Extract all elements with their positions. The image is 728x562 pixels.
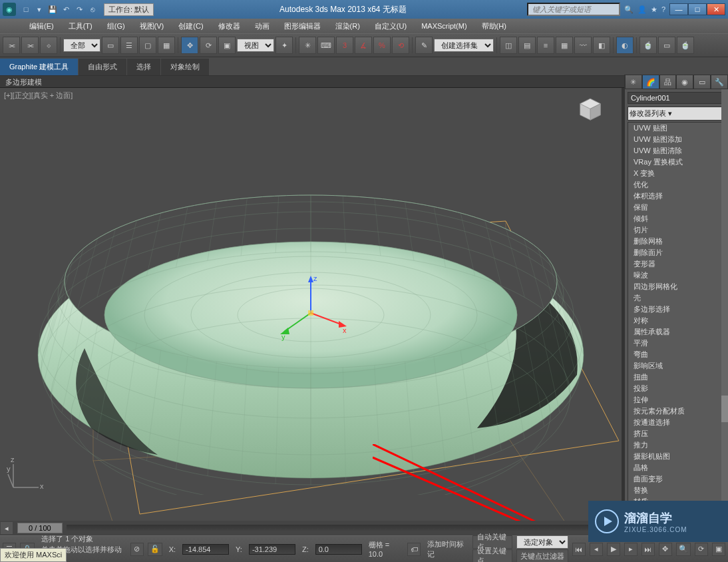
new-icon[interactable]: □ xyxy=(20,3,32,15)
close-button[interactable]: ✕ xyxy=(707,3,725,15)
select-rotate-icon[interactable]: ⟳ xyxy=(200,37,217,54)
menu-customize[interactable]: 自定义(U) xyxy=(368,20,413,33)
select-object-icon[interactable]: ▭ xyxy=(102,37,119,54)
snap-toggle-icon[interactable]: 3 xyxy=(336,37,353,54)
orbit-icon[interactable]: ⟳ xyxy=(695,543,708,556)
signin-icon[interactable]: 👤 xyxy=(637,5,647,14)
minimize-button[interactable]: — xyxy=(669,3,688,15)
material-editor-icon[interactable]: ◐ xyxy=(616,37,634,54)
select-move-icon[interactable]: ✥ xyxy=(181,37,198,54)
key-filters-button[interactable]: 关键点过滤器 xyxy=(516,549,568,562)
ribbon-tab-graphite[interactable]: Graphite 建模工具 xyxy=(0,59,78,75)
redo-icon[interactable]: ↷ xyxy=(73,3,85,15)
object-name-input[interactable] xyxy=(628,92,726,104)
menu-help[interactable]: 帮助(H) xyxy=(475,20,513,33)
modifier-item[interactable]: UVW 贴图添加 xyxy=(628,134,725,145)
modifier-item[interactable]: 替换 xyxy=(628,485,725,496)
select-by-name-icon[interactable]: ☰ xyxy=(120,37,138,54)
menu-animation[interactable]: 动画 xyxy=(248,20,276,33)
modifier-list-dropdown[interactable]: 修改器列表 ▾ xyxy=(628,107,725,121)
ribbon-tab-selection[interactable]: 选择 xyxy=(127,59,160,75)
open-icon[interactable]: ▾ xyxy=(33,3,45,15)
layer-manager-icon[interactable]: ≡ xyxy=(537,37,554,54)
modifier-item[interactable]: 平滑 xyxy=(628,338,725,349)
modifier-item[interactable]: 对称 xyxy=(628,315,725,326)
select-link-icon[interactable]: ⫘ xyxy=(3,37,20,54)
panel-scrollbar[interactable] xyxy=(721,89,728,521)
selection-lock-icon[interactable]: 🔓 xyxy=(148,543,162,556)
modifier-item[interactable]: VRay 置换模式 xyxy=(628,156,725,168)
modifier-item[interactable]: 倾斜 xyxy=(628,213,725,224)
schematic-view-icon[interactable]: ◧ xyxy=(593,37,610,54)
menu-maxscript[interactable]: MAXScript(M) xyxy=(415,21,473,31)
modifier-item[interactable]: 按通道选择 xyxy=(628,417,725,428)
zoom-extents-icon[interactable]: 🔍 xyxy=(676,543,691,556)
prev-frame-icon[interactable]: ◂ xyxy=(590,543,603,556)
percent-snap-icon[interactable]: % xyxy=(373,37,391,54)
infocenter-icon[interactable]: 🔍 xyxy=(624,5,634,14)
menu-tools[interactable]: 工具(T) xyxy=(62,20,99,33)
help-icon[interactable]: ? xyxy=(661,5,665,14)
play-icon[interactable]: ▶ xyxy=(607,543,620,556)
modifier-item[interactable]: 属性承载器 xyxy=(628,326,725,338)
add-time-tag[interactable]: 添加时间标记 xyxy=(425,539,468,559)
modifier-item[interactable]: 摄影机贴图 xyxy=(628,451,725,462)
modifier-item[interactable]: 保留 xyxy=(628,202,725,213)
workspace-dropdown[interactable]: 工作台: 默认 xyxy=(104,3,154,16)
maximize-viewport-icon[interactable]: ▣ xyxy=(712,543,725,556)
next-frame-icon[interactable]: ▸ xyxy=(624,543,637,556)
modifier-item[interactable]: 影响区域 xyxy=(628,360,725,372)
pan-view-icon[interactable]: ✥ xyxy=(659,543,672,556)
hierarchy-tab-icon[interactable]: 品 xyxy=(659,75,677,89)
graphite-toggle-icon[interactable]: ▦ xyxy=(556,37,573,54)
modifier-item[interactable]: X 变换 xyxy=(628,168,725,179)
edit-named-sel-icon[interactable]: ✎ xyxy=(415,37,433,54)
keyboard-shortcut-icon[interactable]: ⌨ xyxy=(317,37,335,54)
modifier-item[interactable]: 按元素分配材质 xyxy=(628,406,725,417)
modifier-item[interactable]: 投影 xyxy=(628,383,725,394)
modifier-item[interactable]: 推力 xyxy=(628,439,725,451)
modifier-item[interactable]: 多边形选择 xyxy=(628,304,725,315)
modifier-item[interactable]: 变形器 xyxy=(628,258,725,270)
modifier-item[interactable]: 弯曲 xyxy=(628,349,725,360)
x-coord-input[interactable] xyxy=(182,544,229,555)
selection-filter-dropdown[interactable]: 全部 xyxy=(63,39,100,52)
viewcube[interactable] xyxy=(575,95,606,125)
key-target-dropdown[interactable]: 选定对象 xyxy=(516,535,568,549)
rendered-frame-icon[interactable]: ▭ xyxy=(658,37,675,54)
motion-tab-icon[interactable]: ◉ xyxy=(676,75,693,89)
favorite-icon[interactable]: ★ xyxy=(651,5,657,14)
select-scale-icon[interactable]: ▣ xyxy=(218,37,236,54)
curve-editor-icon[interactable]: 〰 xyxy=(574,37,592,54)
maximize-button[interactable]: □ xyxy=(688,3,707,15)
modifier-item[interactable]: 拉伸 xyxy=(628,394,725,406)
set-key-button[interactable]: 设置关键点 xyxy=(472,549,512,562)
goto-end-icon[interactable]: ⏭ xyxy=(641,543,655,556)
modifier-item[interactable]: 体积选择 xyxy=(628,190,725,202)
ref-coord-dropdown[interactable]: 视图 xyxy=(237,39,274,52)
align-icon[interactable]: ▤ xyxy=(518,37,536,54)
modifier-list[interactable]: UVW 贴图UVW 贴图添加UVW 贴图清除VRay 置换模式X 变换优化体积选… xyxy=(628,122,725,515)
menu-rendering[interactable]: 渲染(R) xyxy=(329,20,367,33)
modifier-item[interactable]: 曲面变形 xyxy=(628,473,725,485)
welcome-tab[interactable]: 欢迎使用 MAXSci xyxy=(0,548,67,562)
menu-view[interactable]: 视图(V) xyxy=(133,20,171,33)
modifier-item[interactable]: 壳 xyxy=(628,292,725,304)
menu-create[interactable]: 创建(C) xyxy=(172,20,210,33)
modifier-item[interactable]: UVW 贴图清除 xyxy=(628,145,725,156)
modifier-item[interactable]: 噪波 xyxy=(628,270,725,281)
modifier-item[interactable]: 扭曲 xyxy=(628,372,725,383)
viewport[interactable]: [+][正交][真实 + 边面] xyxy=(0,88,622,521)
isolate-icon[interactable]: ⊘ xyxy=(130,543,144,556)
save-icon[interactable]: 💾 xyxy=(47,3,59,15)
modifier-item[interactable]: 晶格 xyxy=(628,462,725,473)
spinner-snap-icon[interactable]: ⟲ xyxy=(392,37,409,54)
goto-start-icon[interactable]: ⏮ xyxy=(572,543,586,556)
time-slider[interactable]: 0 / 100 xyxy=(17,523,63,533)
unlink-icon[interactable]: ⫘ xyxy=(21,37,39,54)
ribbon-panel-label[interactable]: 多边形建模 xyxy=(0,76,728,88)
z-coord-input[interactable] xyxy=(315,544,362,555)
menu-edit[interactable]: 编辑(E) xyxy=(23,20,61,33)
modifier-item[interactable]: UVW 贴图 xyxy=(628,123,725,134)
ribbon-tab-objectpaint[interactable]: 对象绘制 xyxy=(161,59,209,75)
